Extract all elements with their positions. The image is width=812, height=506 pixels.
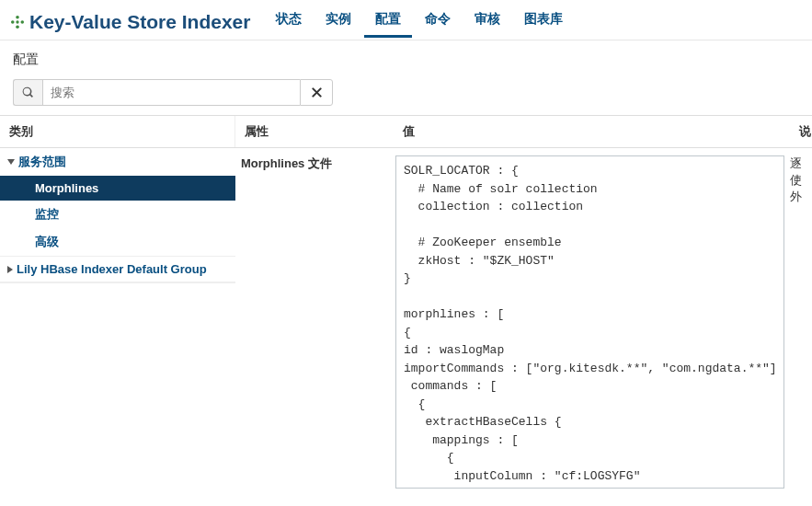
search-clear-button[interactable] xyxy=(300,79,333,106)
app-icon xyxy=(9,14,26,30)
tab-charts[interactable]: 图表库 xyxy=(513,6,574,38)
search-bar xyxy=(13,79,799,106)
tab-instances[interactable]: 实例 xyxy=(315,6,362,38)
col-header-value: 值 xyxy=(394,116,790,147)
category-group-label: 服务范围 xyxy=(18,154,66,170)
columns-header: 类别 属性 值 说 xyxy=(0,115,812,148)
search-icon xyxy=(13,79,42,106)
category-item-advanced[interactable]: 高级 xyxy=(0,228,235,256)
col-header-category: 类别 xyxy=(0,116,235,147)
category-group-service[interactable]: 服务范围 xyxy=(0,148,235,176)
svg-point-4 xyxy=(16,20,18,23)
col-header-attribute: 属性 xyxy=(235,116,394,147)
morphlines-file-textarea[interactable] xyxy=(395,155,784,489)
svg-point-1 xyxy=(20,20,24,24)
tab-audit[interactable]: 审核 xyxy=(463,6,511,38)
svg-point-3 xyxy=(11,20,15,24)
chevron-down-icon xyxy=(7,159,15,165)
category-sidebar: 服务范围 Morphlines 监控 高级 Lily HBase Indexer… xyxy=(0,148,235,283)
description-text: 逐使外 xyxy=(790,148,812,206)
svg-point-0 xyxy=(16,15,19,18)
category-item-morphlines[interactable]: Morphlines xyxy=(0,176,235,201)
svg-point-2 xyxy=(16,25,19,29)
chevron-right-icon xyxy=(7,266,13,273)
section-title: 配置 xyxy=(0,40,812,75)
category-item-monitoring[interactable]: 监控 xyxy=(0,201,235,228)
app-title: Key-Value Store Indexer xyxy=(29,11,250,33)
nav-tabs: 状态 实例 配置 命令 审核 图表库 xyxy=(265,6,574,38)
category-group-label: Lily HBase Indexer Default Group xyxy=(17,262,207,276)
col-header-description: 说 xyxy=(790,116,812,147)
tab-config[interactable]: 配置 xyxy=(364,6,412,38)
search-input[interactable] xyxy=(42,79,300,106)
category-group-lily[interactable]: Lily HBase Indexer Default Group xyxy=(0,257,235,282)
tab-status[interactable]: 状态 xyxy=(265,6,313,38)
tab-commands[interactable]: 命令 xyxy=(414,6,462,38)
attribute-label: Morphlines 文件 xyxy=(235,148,394,179)
